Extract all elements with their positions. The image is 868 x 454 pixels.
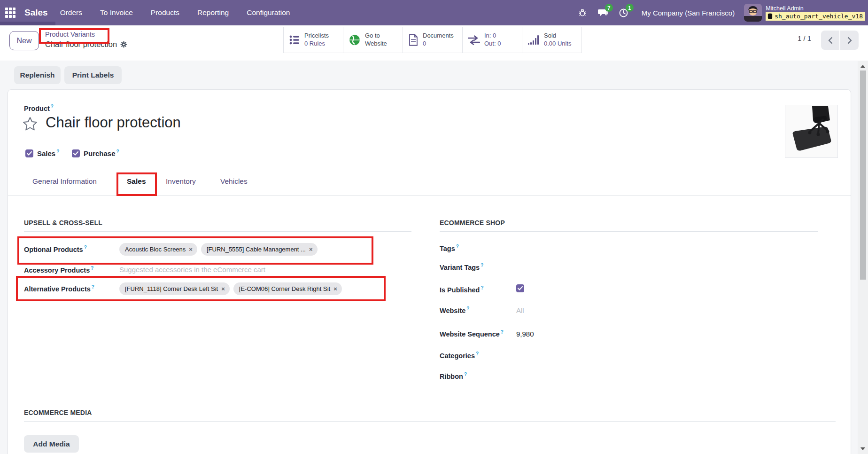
tag-label: [FURN_5555] Cable Management ... xyxy=(207,246,306,253)
globe-icon xyxy=(349,34,361,46)
help-icon: ? xyxy=(476,351,479,356)
pager-next-button[interactable] xyxy=(840,31,859,50)
help-icon: ? xyxy=(56,149,59,154)
stat-value: 0.00 Units xyxy=(544,40,572,47)
new-button[interactable]: New xyxy=(9,31,39,50)
is-published-text: Is Published xyxy=(440,286,480,294)
optional-products-text: Optional Products xyxy=(24,246,83,253)
stat-in-out[interactable]: In: 0 Out: 0 xyxy=(463,27,522,53)
product-field-label: Product? xyxy=(24,104,54,112)
stat-sold[interactable]: Sold 0.00 Units xyxy=(522,27,582,53)
sales-label-text: Sales xyxy=(37,149,55,157)
remove-tag-icon[interactable]: × xyxy=(309,246,313,253)
tabs-divider xyxy=(8,195,851,196)
tag-acoustic-bloc-screens[interactable]: Acoustic Bloc Screens × xyxy=(119,243,197,256)
purchase-checkbox-row: Purchase? xyxy=(72,149,119,157)
purchase-checkbox-label: Purchase? xyxy=(84,149,119,157)
product-image[interactable] xyxy=(785,105,838,158)
website-sequence-label: Website Sequence? xyxy=(440,329,504,338)
favorite-star-icon[interactable] xyxy=(22,116,38,132)
pager-previous-button[interactable] xyxy=(821,31,839,50)
media-section-title: ECOMMERCE MEDIA xyxy=(24,409,92,416)
database-name: sh_auto_part_vehicle_v18 xyxy=(775,13,863,20)
media-section-header: ECOMMERCE MEDIA xyxy=(24,408,836,422)
user-name: Mitchell Admin xyxy=(766,5,804,12)
stat-pricelists[interactable]: Pricelists 0 Rules xyxy=(284,27,343,53)
menu-configuration[interactable]: Configuration xyxy=(247,8,290,17)
remove-tag-icon[interactable]: × xyxy=(333,285,337,292)
menu-reporting[interactable]: Reporting xyxy=(197,8,229,17)
tag-label: [FURN_1118] Corner Desk Left Sit xyxy=(125,285,218,292)
scrollbar-thumb[interactable] xyxy=(860,70,866,280)
menu-to-invoice[interactable]: To Invoice xyxy=(100,8,133,17)
website-field[interactable]: All xyxy=(516,306,524,314)
menu-products[interactable]: Products xyxy=(151,8,179,17)
messages-badge: 7 xyxy=(605,4,613,12)
replenish-button[interactable]: Replenish xyxy=(14,66,61,84)
active-app-indicator xyxy=(0,22,55,25)
chevron-left-icon xyxy=(828,37,833,44)
chair-mat-image xyxy=(785,105,837,157)
company-switcher[interactable]: My Company (San Francisco) xyxy=(642,9,735,17)
product-title[interactable]: Chair floor protection xyxy=(46,114,181,131)
accessory-products-field[interactable]: Suggested accessories in the eCommerce c… xyxy=(119,266,265,274)
purchase-checkbox[interactable] xyxy=(72,149,80,157)
help-icon: ? xyxy=(480,263,483,268)
tag-corner-desk-right[interactable]: [E-COM06] Corner Desk Right Sit × xyxy=(233,282,342,295)
ribbon-label: Ribbon? xyxy=(440,372,467,380)
optional-products-field[interactable]: Acoustic Bloc Screens × [FURN_5555] Cabl… xyxy=(119,243,318,256)
control-panel: New Product Variants Chair floor protect… xyxy=(0,25,868,61)
scroll-down-arrow-icon[interactable] xyxy=(860,447,865,450)
vertical-scrollbar[interactable] xyxy=(858,61,868,454)
website-sequence-field[interactable]: 9,980 xyxy=(516,330,534,338)
help-icon: ? xyxy=(91,266,93,271)
print-labels-button[interactable]: Print Labels xyxy=(64,66,122,84)
stat-label: Documents xyxy=(423,32,454,39)
gear-icon[interactable] xyxy=(120,41,127,48)
stat-go-to-website[interactable]: Go to Website xyxy=(343,27,403,53)
tab-sales[interactable]: Sales xyxy=(127,177,146,186)
upsell-section-header: UPSELL & CROSS-SELL xyxy=(24,219,411,232)
is-published-checkbox[interactable] xyxy=(516,284,524,292)
debug-bug-icon[interactable] xyxy=(577,7,588,18)
exchange-arrows-icon xyxy=(468,35,480,45)
add-media-button[interactable]: Add Media xyxy=(24,435,79,453)
activities-menu[interactable]: 1 xyxy=(618,7,629,18)
is-published-label: Is Published? xyxy=(440,285,484,294)
stat-documents[interactable]: Documents 0 xyxy=(403,27,463,53)
pager-count: 1 / 1 xyxy=(798,34,811,42)
alternative-products-field[interactable]: [FURN_1118] Corner Desk Left Sit × [E-CO… xyxy=(119,282,342,295)
tag-cable-management[interactable]: [FURN_5555] Cable Management ... × xyxy=(201,243,318,256)
tab-inventory[interactable]: Inventory xyxy=(166,177,196,186)
check-icon xyxy=(518,286,523,290)
upsell-section-title: UPSELL & CROSS-SELL xyxy=(24,219,102,227)
menu-orders[interactable]: Orders xyxy=(60,8,82,17)
stat-label: Pricelists xyxy=(304,32,329,39)
breadcrumb-current: Chair floor protection xyxy=(45,40,117,49)
database-chip: sh_auto_part_vehicle_v18 xyxy=(766,12,865,21)
help-icon: ? xyxy=(464,372,467,377)
messages-menu[interactable]: 7 xyxy=(597,7,609,18)
tag-corner-desk-left[interactable]: [FURN_1118] Corner Desk Left Sit × xyxy=(119,282,230,295)
website-label: Website? xyxy=(440,306,469,314)
tags-text: Tags xyxy=(440,245,455,252)
scroll-up-arrow-icon[interactable] xyxy=(860,65,865,68)
tab-general-information[interactable]: General Information xyxy=(32,177,97,186)
sales-checkbox[interactable] xyxy=(25,149,33,157)
sales-checkbox-label: Sales? xyxy=(37,149,59,157)
breadcrumb-product-variants[interactable]: Product Variants xyxy=(45,30,127,39)
app-brand[interactable]: Sales xyxy=(24,8,48,18)
remove-tag-icon[interactable]: × xyxy=(221,285,225,292)
remove-tag-icon[interactable]: × xyxy=(189,246,193,253)
form-sheet: Product? Chair floor protection Sales? P… xyxy=(8,89,851,454)
user-menu[interactable]: Mitchell Admin sh_auto_part_vehicle_v18 xyxy=(744,4,865,22)
accessory-products-label: Accessory Products? xyxy=(24,266,93,274)
shop-section-header: ECOMMERCE SHOP xyxy=(440,219,818,232)
bug-icon xyxy=(578,8,587,17)
tab-vehicles[interactable]: Vehicles xyxy=(220,177,248,186)
ribbon-text: Ribbon xyxy=(440,373,463,380)
check-icon xyxy=(73,151,78,156)
form-view: Replenish Print Labels Product? Chair fl… xyxy=(0,61,868,454)
stat-value: 0 Rules xyxy=(304,40,329,47)
alternative-products-text: Alternative Products xyxy=(24,285,91,293)
